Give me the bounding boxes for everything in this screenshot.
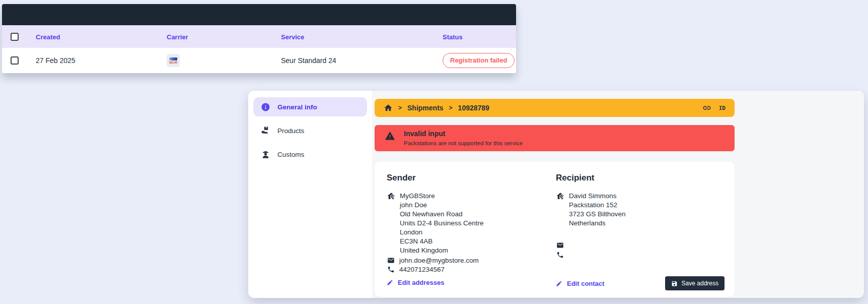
sender-section: Sender MyGBStore john Doe Old Newhaven R…: [387, 173, 556, 286]
table-header-row: Created Carrier Service Status: [2, 25, 516, 48]
edit-addresses-label: Edit addresses: [398, 279, 445, 286]
breadcrumb-separator: >: [449, 104, 453, 111]
cell-carrier: SEUR: [158, 54, 272, 67]
sidebar-item-label: Customs: [277, 151, 304, 158]
status-badge: Registration failed: [443, 53, 515, 68]
recipient-address: David Simmons Packstation 152 3723 GS Bi…: [569, 192, 626, 228]
table-row[interactable]: 27 Feb 2025 SEUR Seur Standard 24 Regist…: [2, 48, 516, 73]
breadcrumb-separator: >: [398, 104, 402, 111]
address-line: MyGBStore: [400, 192, 484, 201]
detail-sidebar: General info Products Customs: [248, 91, 372, 298]
recipient-section: Recipient David Simmons Packstation 152 …: [556, 173, 722, 286]
header-checkbox-cell: [2, 33, 27, 41]
edit-addresses-link[interactable]: Edit addresses: [387, 279, 445, 286]
address-line: Packstation 152: [569, 201, 626, 210]
address-line: Netherlands: [569, 219, 626, 228]
save-address-button[interactable]: Save address: [665, 276, 725, 290]
home-pin-icon: [387, 192, 396, 201]
seur-logo-bar: [169, 57, 177, 60]
link-icon[interactable]: [702, 103, 711, 112]
address-line: john Doe: [400, 201, 484, 210]
table-toolbar: [2, 4, 516, 25]
alert-message: Packstations are not supported for this …: [404, 140, 523, 146]
sidebar-item-customs[interactable]: Customs: [253, 145, 367, 164]
cell-status: Registration failed: [434, 53, 516, 68]
cell-created: 27 Feb 2025: [27, 56, 158, 65]
pencil-icon: [387, 279, 393, 286]
cell-service: Seur Standard 24: [272, 56, 434, 65]
email-icon: [556, 241, 564, 249]
copy-id-icon[interactable]: ID: [719, 105, 726, 111]
row-checkbox-cell: [2, 56, 27, 65]
select-all-checkbox[interactable]: [11, 33, 19, 41]
edit-contact-link[interactable]: Edit contact: [556, 280, 604, 287]
error-alert: Invalid input Packstations are not suppo…: [375, 125, 735, 151]
breadcrumb-shipments-link[interactable]: Shipments: [407, 104, 444, 112]
address-line: United Kingdom: [400, 246, 484, 255]
sidebar-item-label: Products: [277, 127, 304, 135]
detail-content: > Shipments > 10928789 ID Invalid input: [372, 91, 864, 298]
address-line: EC3N 4AB: [400, 237, 484, 246]
edit-contact-label: Edit contact: [567, 280, 604, 287]
pencil-icon: [556, 280, 562, 287]
sender-email: john.doe@mygbstore.com: [399, 257, 479, 264]
alert-title: Invalid input: [404, 130, 523, 138]
sender-phone: 442071234567: [399, 266, 445, 273]
save-address-label: Save address: [682, 280, 718, 287]
sender-address: MyGBStore john Doe Old Newhaven Road Uni…: [400, 192, 484, 255]
save-icon: [671, 280, 678, 287]
address-line: Units D2-4 Business Centre: [400, 219, 484, 228]
addresses-card: Sender MyGBStore john Doe Old Newhaven R…: [375, 162, 735, 297]
email-icon: [387, 257, 395, 264]
phone-icon: [387, 266, 395, 273]
recipient-title: Recipient: [556, 173, 722, 183]
row-checkbox[interactable]: [11, 56, 19, 65]
products-icon: [261, 126, 270, 136]
seur-logo-text: SEUR: [169, 61, 178, 64]
shipments-table-card: Created Carrier Service Status 27 Feb 20…: [2, 4, 516, 73]
sidebar-item-general-info[interactable]: General info: [253, 97, 367, 116]
column-header-service[interactable]: Service: [281, 33, 304, 41]
column-header-status[interactable]: Status: [443, 33, 463, 41]
sidebar-item-label: General info: [277, 103, 317, 111]
address-line: 3723 GS Bilthoven: [569, 210, 626, 219]
home-pin-icon: [556, 192, 565, 201]
address-line: London: [400, 228, 484, 237]
sender-title: Sender: [387, 173, 556, 183]
sidebar-item-products[interactable]: Products: [253, 121, 367, 140]
phone-icon: [556, 251, 564, 259]
addresses-card-footer: Edit addresses Edit contact Save addr: [387, 276, 725, 290]
breadcrumb: > Shipments > 10928789 ID: [375, 99, 735, 117]
warning-icon: [385, 131, 395, 141]
home-icon[interactable]: [384, 103, 393, 112]
shipment-detail-panel: General info Products Customs: [248, 91, 864, 298]
column-header-carrier[interactable]: Carrier: [167, 33, 188, 41]
address-line: Old Newhaven Road: [400, 210, 484, 219]
column-header-created[interactable]: Created: [36, 33, 60, 41]
carrier-logo-seur: SEUR: [167, 54, 180, 67]
address-line: David Simmons: [569, 192, 626, 201]
info-icon: [261, 102, 270, 112]
breadcrumb-shipment-id: 10928789: [458, 104, 489, 112]
customs-icon: [261, 150, 270, 159]
